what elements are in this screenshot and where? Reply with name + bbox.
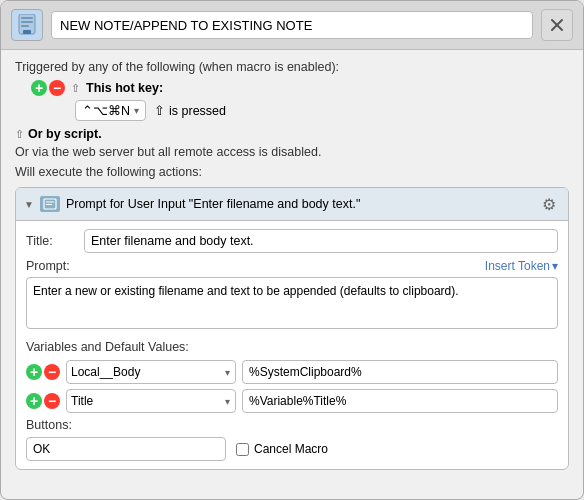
webserver-note: Or via the web server but all remote acc… xyxy=(15,145,569,159)
hotkey-value-display: ⌃⌥⌘N xyxy=(82,103,130,118)
shift-icon-2: ⇧ xyxy=(15,128,24,141)
svg-rect-1 xyxy=(21,17,33,19)
execute-header: Will execute the following actions: xyxy=(15,165,569,179)
close-button[interactable] xyxy=(541,9,573,41)
var1-select-wrap: Local__Body xyxy=(66,360,236,384)
hotkey-selector[interactable]: ⌃⌥⌘N ▾ xyxy=(75,100,146,121)
is-pressed-label: is pressed xyxy=(169,104,226,118)
remove-hotkey-button[interactable]: − xyxy=(49,80,65,96)
action-title-bar: ▼ Prompt for User Input "Enter filename … xyxy=(16,188,568,221)
add-hotkey-button[interactable]: + xyxy=(31,80,47,96)
action-body: Title: Prompt: Insert Token ▾ Enter a ne… xyxy=(16,221,568,469)
add-remove-hotkey: + − xyxy=(31,80,65,96)
var2-value-input[interactable] xyxy=(242,389,558,413)
action-type-icon xyxy=(40,196,60,212)
hotkey-chevron-icon: ▾ xyxy=(134,105,139,116)
add-remove-var2: + − xyxy=(26,393,60,409)
hotkey-trigger-row: + − ⇧ This hot key: xyxy=(15,80,569,96)
svg-rect-4 xyxy=(23,30,31,34)
insert-token-label: Insert Token xyxy=(485,259,550,273)
remove-var2-button[interactable]: − xyxy=(44,393,60,409)
ok-button-input[interactable] xyxy=(26,437,226,461)
svg-rect-3 xyxy=(21,25,29,27)
action-block: ▼ Prompt for User Input "Enter filename … xyxy=(15,187,569,470)
insert-token-button[interactable]: Insert Token ▾ xyxy=(485,259,558,273)
hotkey-value-row: ⌃⌥⌘N ▾ ⇧ is pressed xyxy=(15,100,569,121)
svg-rect-2 xyxy=(21,21,33,23)
add-remove-var1: + − xyxy=(26,364,60,380)
variable-row-2: + − Title xyxy=(26,389,558,413)
action-title-text: Prompt for User Input "Enter filename an… xyxy=(66,197,532,211)
title-field-row: Title: xyxy=(26,229,558,253)
shift-symbol-2: ⇧ xyxy=(154,103,165,118)
content-area: Triggered by any of the following (when … xyxy=(1,50,583,499)
prompt-label: Prompt: xyxy=(26,259,78,273)
macro-title-input[interactable] xyxy=(51,11,533,39)
buttons-row: Cancel Macro xyxy=(26,437,558,461)
cancel-macro-checkbox[interactable] xyxy=(236,443,249,456)
is-pressed-row: ⇧ is pressed xyxy=(154,103,226,118)
script-row: ⇧ Or by script. xyxy=(15,127,569,141)
trigger-header: Triggered by any of the following (when … xyxy=(15,60,569,74)
hotkey-section-label: This hot key: xyxy=(86,81,163,95)
title-field-input[interactable] xyxy=(84,229,558,253)
collapse-icon[interactable]: ▼ xyxy=(24,199,34,210)
var1-value-input[interactable] xyxy=(242,360,558,384)
title-bar xyxy=(1,1,583,50)
window-icon xyxy=(11,9,43,41)
or-by-script-label: Or by script. xyxy=(28,127,102,141)
shift-icon: ⇧ xyxy=(71,82,80,95)
var2-select[interactable]: Title xyxy=(66,389,236,413)
prompt-header-row: Prompt: Insert Token ▾ xyxy=(26,259,558,273)
prompt-textarea[interactable]: Enter a new or existing filename and tex… xyxy=(26,277,558,329)
var2-select-wrap: Title xyxy=(66,389,236,413)
cancel-macro-row: Cancel Macro xyxy=(236,442,328,456)
main-window: Triggered by any of the following (when … xyxy=(0,0,584,500)
cancel-macro-label: Cancel Macro xyxy=(254,442,328,456)
add-var2-button[interactable]: + xyxy=(26,393,42,409)
variable-row-1: + − Local__Body xyxy=(26,360,558,384)
add-var1-button[interactable]: + xyxy=(26,364,42,380)
title-field-label: Title: xyxy=(26,234,78,248)
variables-header: Variables and Default Values: xyxy=(26,340,558,354)
var1-select[interactable]: Local__Body xyxy=(66,360,236,384)
insert-token-chevron-icon: ▾ xyxy=(552,259,558,273)
gear-button[interactable]: ⚙ xyxy=(538,193,560,215)
remove-var1-button[interactable]: − xyxy=(44,364,60,380)
buttons-section: Buttons: Cancel Macro xyxy=(26,418,558,461)
buttons-label: Buttons: xyxy=(26,418,558,432)
